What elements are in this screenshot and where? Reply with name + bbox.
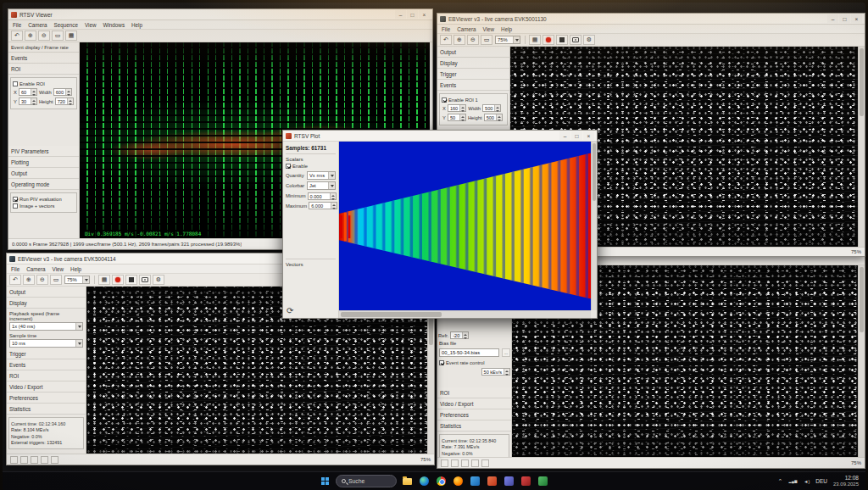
record-button[interactable] bbox=[542, 35, 554, 45]
menu-view[interactable]: View bbox=[53, 266, 64, 272]
taskbar-app-office[interactable] bbox=[486, 475, 498, 487]
section-display[interactable]: Display bbox=[7, 298, 86, 309]
grid-icon[interactable]: ▦ bbox=[65, 31, 77, 41]
zoom-out-icon[interactable]: ⊖ bbox=[36, 275, 48, 285]
spin-down-icon[interactable] bbox=[463, 337, 468, 341]
zoom-select[interactable]: 75% bbox=[64, 276, 90, 284]
menu-windows[interactable]: Windows bbox=[103, 22, 125, 28]
playback-speed-select[interactable]: 1x (40 ms) bbox=[9, 322, 83, 331]
roi-height-spinner[interactable]: 720 bbox=[55, 97, 74, 105]
checkbox-icon[interactable] bbox=[13, 203, 18, 209]
sample-time-select[interactable]: 10 ms bbox=[9, 339, 83, 348]
stop-button[interactable] bbox=[556, 35, 568, 45]
chevron-down-icon[interactable] bbox=[75, 340, 82, 347]
playback-first-button[interactable] bbox=[10, 456, 18, 464]
menu-help[interactable]: Help bbox=[501, 26, 512, 32]
network-icon[interactable]: ▂▄▆ bbox=[788, 479, 798, 483]
menu-file[interactable]: File bbox=[11, 266, 19, 272]
checkbox-icon[interactable] bbox=[286, 164, 291, 169]
checkbox-icon[interactable] bbox=[13, 197, 18, 202]
titlebar[interactable]: RTSV Viewer – □ × bbox=[8, 9, 432, 20]
stop-button[interactable] bbox=[125, 275, 137, 285]
playback-next-button[interactable] bbox=[41, 456, 48, 464]
roi-x-spinner[interactable]: 160 bbox=[448, 104, 466, 112]
taskbar-app-edge[interactable] bbox=[418, 475, 431, 487]
start-button[interactable] bbox=[319, 475, 331, 487]
vertical-scrollbar[interactable] bbox=[591, 142, 597, 310]
zoom-fit-icon[interactable]: ▭ bbox=[481, 35, 492, 45]
zoom-in-icon[interactable]: ⊕ bbox=[25, 31, 36, 41]
enable-checkbox[interactable]: Enable bbox=[286, 164, 336, 169]
enable-roi-checkbox[interactable]: Enable ROI 1 bbox=[442, 97, 505, 103]
zoom-fit-icon[interactable]: ▭ bbox=[50, 275, 62, 285]
menu-help[interactable]: Help bbox=[70, 266, 81, 272]
checkbox-icon[interactable] bbox=[439, 360, 444, 365]
search-input[interactable] bbox=[348, 478, 387, 484]
undo-icon[interactable]: ↶ bbox=[11, 31, 23, 41]
chevron-down-icon[interactable] bbox=[513, 36, 520, 43]
taskbar-app-chrome[interactable] bbox=[435, 475, 448, 487]
settings-button[interactable]: ⚙ bbox=[583, 35, 595, 45]
section-video-export[interactable]: Video / Export bbox=[437, 398, 511, 409]
menu-help[interactable]: Help bbox=[131, 22, 142, 28]
playback-play-button[interactable] bbox=[31, 456, 38, 464]
spin-down-icon[interactable] bbox=[504, 373, 509, 377]
section-events[interactable]: Events bbox=[8, 53, 79, 64]
checkbox-icon[interactable] bbox=[13, 81, 18, 86]
zoom-out-icon[interactable]: ⊖ bbox=[38, 31, 50, 41]
section-display[interactable]: Display bbox=[437, 58, 509, 69]
horizontal-scrollbar[interactable] bbox=[339, 310, 591, 318]
section-plotting[interactable]: Plotting bbox=[8, 157, 79, 168]
vertical-scrollbar[interactable] bbox=[858, 265, 865, 457]
chevron-down-icon[interactable] bbox=[82, 276, 89, 283]
close-button[interactable]: × bbox=[583, 131, 594, 140]
section-output[interactable]: Output bbox=[437, 47, 509, 58]
section-events[interactable]: Events bbox=[7, 359, 86, 370]
zoom-select[interactable]: 75% bbox=[495, 36, 520, 44]
playback-next-button[interactable] bbox=[471, 459, 479, 467]
tray-chevron-icon[interactable]: ⌃ bbox=[778, 478, 783, 485]
tray-clock[interactable]: 12:08 23.09.2025 bbox=[833, 475, 859, 488]
zoom-in-icon[interactable]: ⊕ bbox=[453, 35, 465, 45]
maximize-button[interactable]: □ bbox=[407, 10, 418, 19]
run-piv-checkbox[interactable]: Run PIV evaluation bbox=[13, 197, 75, 202]
taskbar-search[interactable] bbox=[336, 475, 397, 487]
grid-icon[interactable]: ▦ bbox=[529, 35, 541, 45]
close-button[interactable]: × bbox=[851, 14, 862, 23]
menu-camera[interactable]: Camera bbox=[26, 266, 45, 272]
section-roi[interactable]: ROI bbox=[7, 370, 86, 381]
menu-camera[interactable]: Camera bbox=[457, 26, 476, 32]
refresh-icon[interactable]: ⟳ bbox=[287, 307, 293, 315]
section-roi[interactable]: ROI bbox=[437, 387, 511, 398]
playback-first-button[interactable] bbox=[441, 459, 448, 467]
section-preferences[interactable]: Preferences bbox=[437, 409, 511, 420]
spin-down-icon[interactable] bbox=[460, 119, 465, 123]
tray-language[interactable]: DEU bbox=[815, 478, 827, 484]
playback-play-button[interactable] bbox=[461, 459, 469, 467]
zoom-fit-icon[interactable]: ▭ bbox=[52, 31, 64, 41]
taskbar-app-teams[interactable] bbox=[503, 475, 515, 487]
image-vectors-checkbox[interactable]: Image + vectors bbox=[13, 203, 75, 209]
quantity-select[interactable]: Vx rms bbox=[307, 171, 336, 180]
checkbox-icon[interactable] bbox=[442, 97, 447, 103]
titlebar[interactable]: RTSV Plot – □ × bbox=[283, 131, 597, 142]
section-roi[interactable]: ROI bbox=[8, 64, 79, 75]
scrollbar-thumb[interactable] bbox=[341, 312, 442, 317]
section-output[interactable]: Output bbox=[7, 287, 86, 298]
settings-button[interactable]: ⚙ bbox=[153, 275, 164, 285]
record-button[interactable] bbox=[112, 275, 124, 285]
section-statistics[interactable]: Statistics bbox=[7, 404, 86, 415]
roi-y-spinner[interactable]: 50 bbox=[448, 114, 466, 121]
section-events[interactable]: Events bbox=[437, 80, 509, 91]
snapshot-button[interactable] bbox=[139, 275, 151, 285]
section-output[interactable]: Output bbox=[8, 168, 79, 179]
undo-icon[interactable]: ↶ bbox=[440, 35, 452, 45]
chevron-down-icon[interactable] bbox=[328, 182, 335, 189]
section-statistics[interactable]: Statistics bbox=[437, 420, 511, 432]
section-event-display[interactable]: Event display / Frame rate bbox=[8, 42, 79, 53]
spin-down-icon[interactable] bbox=[497, 119, 502, 123]
section-trigger[interactable]: Trigger bbox=[7, 348, 86, 359]
maximize-button[interactable]: □ bbox=[839, 14, 850, 23]
chevron-down-icon[interactable] bbox=[328, 172, 335, 179]
playback-prev-button[interactable] bbox=[20, 456, 28, 464]
